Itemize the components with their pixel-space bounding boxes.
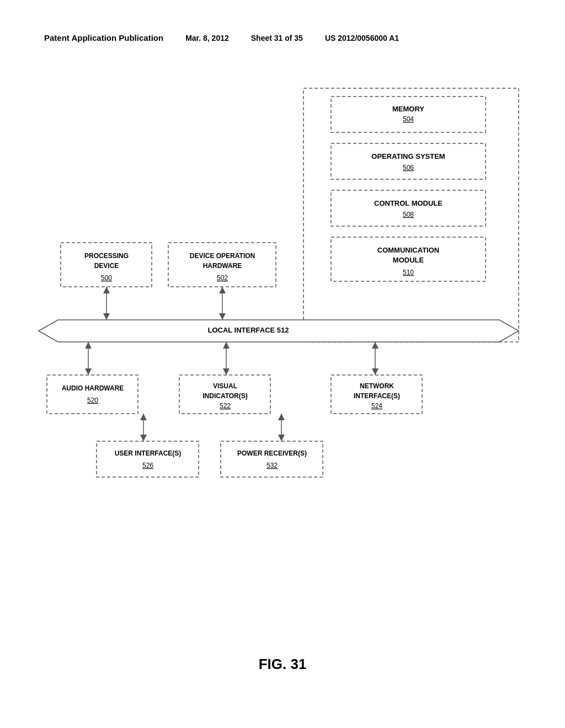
svg-text:526: 526 — [142, 462, 153, 469]
svg-marker-43 — [140, 414, 147, 420]
svg-marker-34 — [85, 342, 92, 349]
svg-rect-4 — [331, 143, 486, 179]
svg-marker-35 — [85, 368, 92, 375]
svg-marker-23 — [103, 287, 110, 293]
svg-text:NETWORK: NETWORK — [360, 382, 394, 390]
svg-text:MODULE: MODULE — [393, 256, 424, 264]
svg-text:532: 532 — [266, 462, 278, 469]
svg-text:520: 520 — [87, 397, 98, 404]
svg-text:CONTROL MODULE: CONTROL MODULE — [374, 199, 443, 207]
svg-rect-48 — [47, 375, 138, 414]
svg-marker-24 — [103, 313, 110, 320]
svg-text:502: 502 — [217, 274, 228, 282]
svg-text:524: 524 — [371, 402, 382, 410]
svg-marker-44 — [140, 435, 147, 441]
svg-marker-37 — [223, 342, 230, 349]
svg-rect-1 — [331, 97, 486, 132]
svg-text:508: 508 — [403, 211, 414, 218]
svg-text:MEMORY: MEMORY — [392, 105, 424, 113]
svg-marker-27 — [219, 313, 226, 320]
figure-label: FIG. 31 — [0, 656, 565, 673]
page: Patent Application Publication Mar. 8, 2… — [0, 0, 565, 728]
svg-text:OPERATING SYSTEM: OPERATING SYSTEM — [371, 152, 445, 160]
header-date: Mar. 8, 2012 — [185, 34, 229, 42]
svg-text:504: 504 — [403, 115, 414, 123]
svg-marker-40 — [372, 342, 379, 349]
svg-marker-41 — [372, 368, 379, 375]
svg-marker-26 — [219, 287, 226, 293]
svg-text:500: 500 — [101, 274, 112, 282]
svg-text:VISUAL: VISUAL — [213, 382, 237, 390]
svg-text:AUDIO HARDWARE: AUDIO HARDWARE — [62, 384, 124, 392]
svg-text:HARDWARE: HARDWARE — [203, 262, 242, 270]
header-sheet: Sheet 31 of 35 — [251, 34, 303, 42]
svg-rect-62 — [221, 441, 323, 477]
svg-text:INTERFACE(S): INTERFACE(S) — [354, 392, 400, 400]
svg-marker-38 — [223, 368, 230, 375]
svg-text:PROCESSING: PROCESSING — [84, 252, 129, 260]
svg-rect-59 — [97, 441, 199, 477]
svg-text:INDICATOR(S): INDICATOR(S) — [202, 392, 248, 400]
header: Patent Application Publication Mar. 8, 2… — [44, 33, 521, 42]
svg-rect-7 — [331, 190, 486, 226]
patent-publication-title: Patent Application Publication — [44, 33, 163, 42]
svg-text:DEVICE OPERATION: DEVICE OPERATION — [190, 252, 255, 260]
svg-text:DEVICE: DEVICE — [94, 262, 119, 270]
svg-text:COMMUNICATION: COMMUNICATION — [377, 246, 439, 254]
diagram-svg: MEMORY 504 OPERATING SYSTEM 506 CONTROL … — [33, 83, 530, 579]
svg-text:LOCAL INTERFACE  512: LOCAL INTERFACE 512 — [207, 326, 289, 334]
svg-text:POWER RECEIVER(S): POWER RECEIVER(S) — [237, 449, 307, 457]
svg-text:USER INTERFACE(S): USER INTERFACE(S) — [115, 449, 182, 457]
svg-text:510: 510 — [403, 269, 414, 276]
svg-text:522: 522 — [220, 402, 231, 410]
svg-marker-47 — [278, 435, 285, 441]
header-patent: US 2012/0056000 A1 — [325, 34, 399, 42]
svg-text:506: 506 — [403, 164, 414, 172]
svg-marker-46 — [278, 414, 285, 420]
